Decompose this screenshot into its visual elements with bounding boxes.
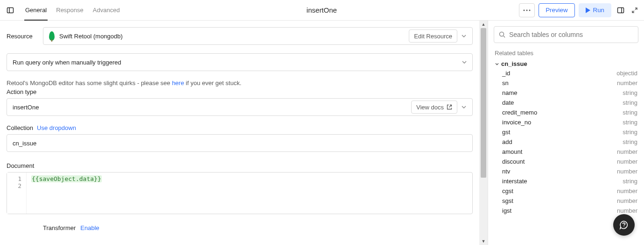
tab-advanced[interactable]: Advanced (88, 0, 125, 21)
view-docs-button[interactable]: View docs (411, 101, 457, 114)
hint-text: Retool's MongoDB editor has some slight … (7, 79, 473, 86)
panel-right-icon[interactable] (615, 5, 626, 16)
help-button[interactable] (613, 214, 635, 236)
panel-left-icon[interactable] (5, 5, 16, 16)
schema-panel: Related tables cn_issue _idobjectidsnnum… (488, 21, 644, 245)
field-type: string (623, 178, 637, 185)
collection-input[interactable] (7, 134, 473, 152)
field-type: string (623, 119, 637, 126)
tab-response[interactable]: Response (51, 0, 88, 21)
scrollbar-thumb[interactable] (481, 28, 486, 178)
main-scrollbar[interactable]: ▲ ▼ (479, 21, 488, 245)
preview-button[interactable]: Preview (539, 3, 574, 17)
action-type-label: Action type (7, 88, 473, 95)
header-bar: General Response Advanced insertOne Prev… (0, 0, 644, 21)
chevron-down-icon (462, 61, 467, 64)
field-type: string (623, 129, 637, 136)
document-editor[interactable]: 1 2 {{saveObject.data}} (7, 172, 473, 214)
svg-point-2 (524, 9, 525, 11)
field-type: number (617, 79, 637, 86)
action-chevron[interactable] (457, 101, 470, 114)
svg-point-4 (529, 9, 531, 11)
play-icon (586, 7, 590, 13)
edit-resource-button[interactable]: Edit Resource (409, 29, 457, 43)
scroll-down-arrow[interactable]: ▼ (479, 238, 488, 245)
main-panel: Resource Swift Retool (mongodb) Edit Res… (0, 21, 479, 245)
view-docs-label: View docs (416, 104, 444, 111)
field-type: string (623, 99, 637, 106)
help-chat-icon (619, 220, 629, 230)
schema-search[interactable] (494, 26, 638, 43)
field-type: number (617, 168, 637, 175)
table-field[interactable]: cgstnumber (495, 186, 637, 196)
mongodb-icon (49, 31, 55, 41)
action-type-select[interactable]: insertOne View docs (7, 98, 473, 116)
field-name: add (502, 138, 512, 145)
field-name: interstate (502, 178, 527, 185)
field-name: sgst (502, 197, 513, 204)
resource-chevron[interactable] (457, 29, 470, 43)
field-name: gst (502, 129, 510, 136)
table-field[interactable]: invoice_nostring (495, 117, 637, 127)
field-name: discount (502, 158, 525, 165)
table-field[interactable]: interstatestring (495, 176, 637, 186)
scroll-up-arrow[interactable]: ▲ (479, 21, 488, 28)
collection-label: CollectionUse dropdown (7, 124, 473, 131)
table-field[interactable]: snnumber (495, 78, 637, 88)
table-node[interactable]: cn_issue (495, 59, 637, 68)
run-label: Run (593, 7, 604, 14)
tab-label: Advanced (93, 7, 120, 14)
header-tabs: General Response Advanced (21, 0, 125, 21)
transformer-enable-link[interactable]: Enable (80, 224, 99, 231)
table-name: cn_issue (501, 60, 527, 67)
run-button[interactable]: Run (579, 3, 611, 17)
table-field[interactable]: namestring (495, 88, 637, 98)
tab-label: General (25, 7, 47, 14)
field-name: igst (502, 207, 511, 214)
field-name: invoice_no (502, 119, 531, 126)
svg-point-9 (623, 226, 624, 227)
table-field[interactable]: credit_memostring (495, 108, 637, 117)
code-area[interactable]: {{saveObject.data}} (27, 173, 106, 214)
document-label: Document (7, 162, 473, 169)
resource-select[interactable]: Swift Retool (mongodb) Edit Resource (43, 27, 473, 45)
table-field[interactable]: gststring (495, 127, 637, 137)
table-field[interactable]: discountnumber (495, 157, 637, 166)
svg-point-3 (526, 9, 528, 11)
table-field[interactable]: igstnumber (495, 206, 637, 216)
trigger-select[interactable]: Run query only when manually triggered (7, 53, 473, 71)
use-dropdown-link[interactable]: Use dropdown (37, 124, 76, 131)
field-type: number (617, 158, 637, 165)
table-field[interactable]: sgstnumber (495, 196, 637, 206)
field-name: name (502, 89, 518, 96)
field-name: amount (502, 148, 522, 155)
field-type: string (623, 89, 637, 96)
page-title: insertOne (125, 6, 519, 14)
hint-link[interactable]: here (172, 79, 184, 86)
field-type: number (617, 148, 637, 155)
transformer-label: Transformer (43, 224, 76, 231)
field-type: number (617, 207, 637, 214)
table-field[interactable]: ntvnumber (495, 166, 637, 176)
svg-rect-0 (7, 7, 14, 13)
more-button[interactable] (519, 3, 535, 17)
chevron-down-icon (462, 35, 466, 37)
field-type: objectid (616, 70, 637, 77)
tab-general[interactable]: General (21, 0, 51, 21)
chevron-down-icon (462, 106, 466, 108)
search-input[interactable] (509, 31, 633, 38)
field-name: date (502, 99, 514, 106)
table-field[interactable]: amountnumber (495, 147, 637, 157)
table-field[interactable]: addstring (495, 137, 637, 147)
field-name: sn (502, 79, 509, 86)
field-type: string (623, 138, 637, 145)
expand-icon[interactable] (630, 7, 639, 13)
resource-name: Swift Retool (mongodb) (59, 33, 409, 40)
svg-point-7 (500, 32, 504, 36)
action-type-value: insertOne (13, 104, 411, 111)
field-name: credit_memo (502, 109, 537, 116)
code-token: {{saveObject.data}} (31, 175, 102, 182)
table-field[interactable]: _idobjectid (495, 68, 637, 78)
table-field[interactable]: datestring (495, 98, 637, 108)
trigger-value: Run query only when manually triggered (13, 59, 121, 66)
